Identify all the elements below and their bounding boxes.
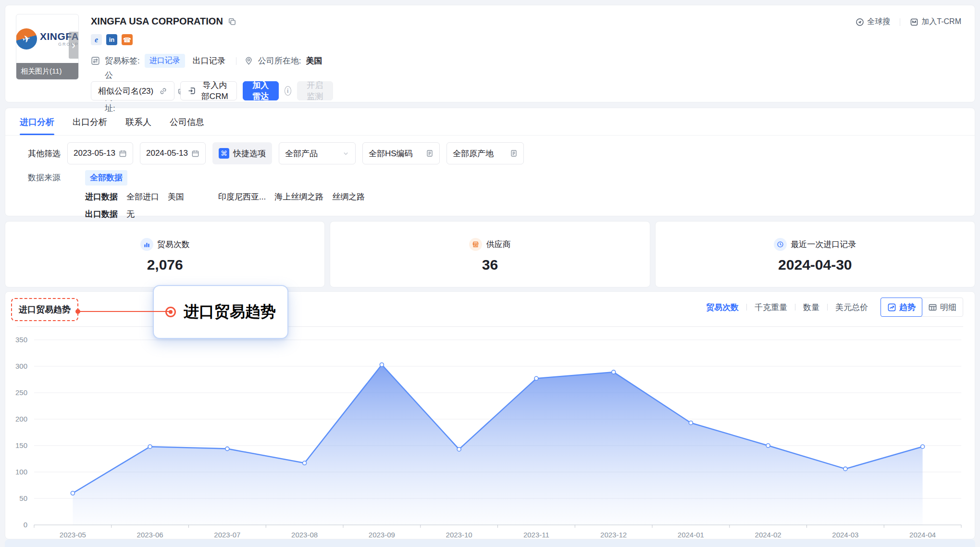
view-toggle: 趋势 明细 — [881, 298, 963, 317]
stat-card-trade-count: 贸易次数 2,076 — [5, 221, 325, 287]
import-crm-button[interactable]: 导入内部CRM — [180, 81, 237, 100]
copy-icon[interactable] — [228, 17, 236, 26]
product-select[interactable]: 全部产品 — [279, 142, 356, 164]
tab-contacts[interactable]: 联系人 — [125, 116, 151, 135]
data-source-label: 数据来源 — [28, 172, 85, 184]
tab-import-analysis[interactable]: 进口分析 — [20, 116, 54, 135]
global-search-link[interactable]: 全球搜 — [856, 17, 890, 27]
import-source-item: 丝绸之路 — [332, 191, 365, 203]
metric-usd-total[interactable]: 美元总价 — [835, 302, 868, 313]
svg-text:50: 50 — [19, 494, 27, 502]
tcrm-icon — [910, 18, 918, 26]
import-source-item: 印度尼西亚... — [218, 191, 266, 203]
info-icon[interactable]: i — [285, 86, 291, 96]
export-data-value: 无 — [126, 209, 135, 220]
join-tcrm-link[interactable]: 加入T-CRM — [910, 17, 961, 27]
summary-stats: 贸易次数 2,076 供应商 36 最近一次进口记录 2024 — [5, 221, 975, 287]
related-images-label: 相关图片(11) — [16, 63, 78, 79]
svg-text:250: 250 — [15, 388, 27, 397]
metric-quantity[interactable]: 数量 — [803, 302, 819, 313]
import-icon — [187, 87, 196, 95]
metric-kg-weight[interactable]: 千克重量 — [755, 302, 787, 313]
section-title-highlight: 进口贸易趋势 — [11, 298, 78, 321]
calendar-icon — [191, 149, 199, 158]
trend-chart-canvas: 0501001502002503003502023-052023-062023-… — [5, 330, 976, 540]
import-source-item: 海上丝绸之路 — [274, 191, 323, 203]
svg-text:300: 300 — [15, 362, 27, 370]
location-label: 公司所在地: — [258, 55, 301, 66]
analysis-card: 进口分析 出口分析 联系人 公司信息 其他筛选 2023-05-13 2024-… — [5, 108, 975, 216]
link-icon — [159, 87, 167, 95]
global-search-icon — [856, 18, 864, 26]
svg-text:2023-08: 2023-08 — [291, 531, 318, 539]
hs-code-input[interactable]: 全部HS编码 — [362, 142, 440, 164]
company-header-card: ✈ XINGFA GROUP › 相关图片(11) XINGFA USA COR… — [5, 5, 975, 102]
calendar-icon — [119, 149, 127, 158]
target-icon — [165, 307, 176, 317]
import-trend-card: 进口贸易趋势 进口贸易趋势 贸易次数 千克重量 数量 美元总价 趋势 — [5, 291, 975, 539]
trend-chart[interactable]: 0501001502002503003502023-052023-062023-… — [5, 330, 976, 540]
date-end-input[interactable]: 2024-05-13 — [140, 142, 206, 164]
view-detail-button[interactable]: 明细 — [922, 298, 963, 316]
tab-company-info[interactable]: 公司信息 — [170, 116, 204, 135]
tab-export-analysis[interactable]: 出口分析 — [73, 116, 107, 135]
svg-text:2024-04: 2024-04 — [909, 531, 936, 539]
svg-text:0: 0 — [24, 521, 27, 529]
company-name: XINGFA USA CORPORATION — [91, 16, 223, 27]
add-to-radar-button[interactable]: 加入雷达 — [243, 81, 279, 100]
trend-icon — [887, 303, 896, 312]
stat-value: 2,076 — [147, 257, 183, 273]
next-section-edge — [5, 539, 975, 547]
svg-text:2023-12: 2023-12 — [600, 531, 627, 539]
other-filters-label: 其他筛选 — [28, 148, 61, 159]
import-source-item: 全部进口 — [126, 191, 159, 203]
svg-text:2023-07: 2023-07 — [214, 531, 240, 539]
import-data-label: 进口数据 — [85, 191, 126, 203]
stat-label: 供应商 — [486, 239, 510, 250]
section-title: 进口贸易趋势 — [19, 305, 71, 314]
tag-export-records[interactable]: 出口记录 — [190, 53, 228, 68]
stat-value: 2024-04-30 — [778, 257, 852, 273]
company-logo[interactable]: ✈ XINGFA GROUP › 相关图片(11) — [16, 14, 79, 80]
annotation-line — [79, 311, 171, 312]
svg-text:2023-05: 2023-05 — [60, 531, 86, 539]
annotation-title: 进口贸易趋势 — [184, 301, 276, 323]
logo-globe-icon: ✈ — [16, 28, 37, 50]
svg-text:2024-01: 2024-01 — [678, 531, 704, 539]
export-data-label: 出口数据 — [85, 209, 126, 220]
next-image-button[interactable]: › — [69, 32, 78, 59]
svg-text:2023-09: 2023-09 — [369, 531, 395, 539]
document-icon — [426, 149, 434, 157]
tag-import-records[interactable]: 进口记录 — [145, 54, 185, 68]
linkedin-icon[interactable]: in — [106, 34, 117, 45]
svg-text:350: 350 — [15, 336, 27, 344]
chevron-down-icon — [342, 150, 349, 157]
bar-chart-icon — [140, 238, 153, 251]
location-value: 美国 — [306, 55, 322, 66]
import-source-item: 美国 — [168, 191, 184, 203]
metric-trade-count[interactable]: 贸易次数 — [706, 302, 739, 313]
svg-text:2023-11: 2023-11 — [523, 531, 549, 539]
website-icon[interactable]: e — [91, 34, 102, 45]
quick-options-button[interactable]: ⌘ 快捷选项 — [212, 142, 272, 164]
date-start-input[interactable]: 2023-05-13 — [67, 142, 133, 164]
command-icon: ⌘ — [219, 148, 229, 159]
trade-tags-icon — [91, 56, 100, 65]
start-monitoring-button[interactable]: 开启监测 — [297, 81, 333, 100]
store-icon — [469, 238, 482, 251]
view-trend-button[interactable]: 趋势 — [881, 298, 922, 317]
annotation-callout: 进口贸易趋势 — [153, 285, 288, 339]
similar-companies-button[interactable]: 相似公司名(23) — [91, 81, 174, 100]
stat-card-latest-import: 最近一次进口记录 2024-04-30 — [655, 221, 975, 287]
stat-label: 最近一次进口记录 — [791, 239, 856, 250]
all-data-tag[interactable]: 全部数据 — [85, 170, 127, 186]
svg-text:100: 100 — [15, 468, 27, 476]
stat-value: 36 — [482, 257, 498, 273]
trade-label: 贸易标签: — [105, 55, 140, 66]
phone-icon[interactable]: ☎ — [122, 34, 133, 45]
origin-input[interactable]: 全部原产地 — [447, 142, 524, 164]
clock-icon — [774, 238, 787, 251]
table-icon — [928, 303, 937, 312]
location-pin-icon — [244, 56, 253, 65]
document-icon — [510, 149, 518, 157]
